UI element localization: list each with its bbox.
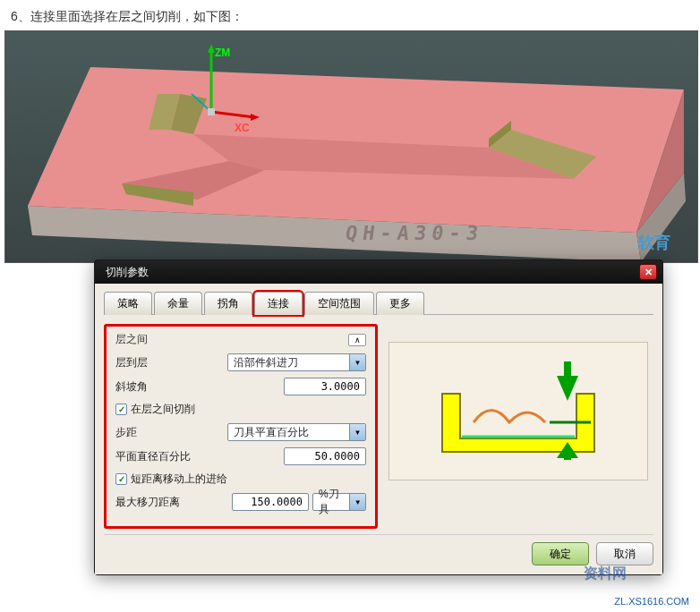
ramp-angle-label: 斜坡角 [115, 379, 284, 395]
layer-to-layer-select[interactable]: 沿部件斜进刀 ▼ [227, 353, 366, 371]
tab-bar: 策略 余量 拐角 连接 空间范围 更多 [104, 291, 653, 315]
axis-gizmo: ZM XC [184, 40, 265, 151]
model-engraving-text: QH-A30-3 [344, 222, 484, 244]
svg-rect-22 [564, 456, 571, 460]
preview-illustration [388, 342, 648, 480]
tab-more[interactable]: 更多 [376, 292, 424, 315]
max-feed-distance-unit-select[interactable]: %刀具 ▼ [312, 493, 366, 511]
close-button[interactable]: ✕ [639, 264, 657, 280]
check-icon: ✓ [118, 474, 125, 484]
viewport-watermark: 软育 [638, 232, 670, 253]
tab-stock[interactable]: 余量 [154, 292, 202, 315]
stepover-select[interactable]: 刀具平直百分比 ▼ [227, 423, 366, 441]
chevron-down-icon: ▼ [349, 424, 365, 440]
flat-diameter-pct-input[interactable] [284, 447, 366, 465]
layer-to-layer-label: 层到层 [115, 355, 227, 370]
axis-z-label: ZM [215, 47, 230, 59]
chevron-up-icon: ∧ [354, 336, 361, 344]
chevron-down-icon: ▼ [349, 354, 365, 370]
tab-connection[interactable]: 连接 [254, 292, 303, 315]
tab-strategy[interactable]: 策略 [104, 292, 152, 315]
dialog-title: 切削参数 [100, 265, 149, 280]
ramp-angle-input[interactable] [284, 378, 366, 395]
collapse-button[interactable]: ∧ [348, 334, 366, 346]
fieldset-title: 层之间 [115, 332, 148, 347]
watermark-url: ZL.XS1616.COM [614, 596, 689, 607]
short-feed-checkbox[interactable]: ✓ [115, 473, 127, 485]
cut-between-label: 在层之间切削 [131, 402, 195, 417]
svg-marker-14 [251, 114, 260, 121]
check-icon: ✓ [118, 404, 125, 414]
max-feed-distance-input[interactable] [232, 493, 309, 511]
tab-spatial[interactable]: 空间范围 [304, 292, 374, 315]
svg-marker-19 [557, 376, 578, 401]
max-feed-distance-unit-value: %刀具 [319, 487, 349, 517]
svg-line-13 [211, 112, 254, 117]
layer-to-layer-value: 沿部件斜进刀 [234, 355, 298, 370]
max-feed-distance-label: 最大移刀距离 [115, 495, 232, 510]
short-feed-label: 短距离移动上的进给 [131, 472, 227, 487]
between-levels-fieldset: 层之间 ∧ 层到层 沿部件斜进刀 ▼ 斜坡角 [104, 324, 378, 529]
stepover-value: 刀具平直百分比 [234, 425, 309, 440]
stepover-label: 步距 [115, 425, 227, 440]
chevron-down-icon: ▼ [349, 494, 365, 510]
dialog-titlebar[interactable]: 切削参数 ✕ [95, 260, 662, 284]
dialog-body: 策略 余量 拐角 连接 空间范围 更多 层之间 ∧ 层到层 沿部件斜进刀 [95, 284, 662, 574]
3d-viewport[interactable]: ZM XC QH-A30-3 软育 [4, 30, 698, 263]
cut-between-checkbox[interactable]: ✓ [115, 404, 127, 415]
instruction-text: 6、连接里面选择在层之间切削，如下图： [0, 0, 700, 30]
flat-diameter-pct-label: 平面直径百分比 [115, 449, 284, 464]
watermark-badge: 资料网 [562, 553, 648, 594]
svg-rect-20 [564, 361, 571, 378]
tab-corner[interactable]: 拐角 [204, 292, 252, 315]
illustration-svg [415, 358, 621, 465]
close-icon: ✕ [645, 267, 653, 278]
svg-marker-12 [208, 44, 215, 53]
svg-rect-16 [208, 108, 215, 115]
cutting-params-dialog: 切削参数 ✕ 策略 余量 拐角 连接 空间范围 更多 层之间 ∧ 层到层 [94, 259, 663, 575]
axis-x-label: XC [235, 122, 250, 134]
